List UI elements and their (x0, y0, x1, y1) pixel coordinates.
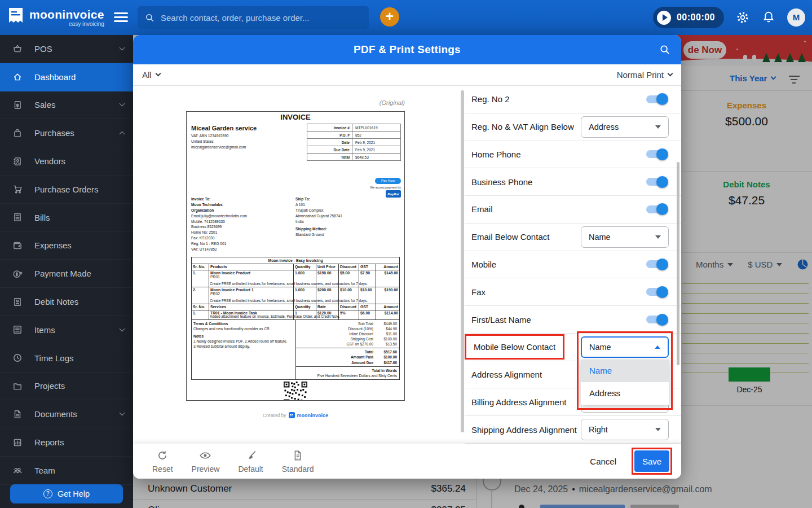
sidebar-item-purchase-orders[interactable]: Purchase Orders (0, 176, 133, 204)
preview-button[interactable]: Preview (192, 449, 220, 474)
print-mode-dropdown[interactable]: Normal Print (617, 70, 672, 80)
setting-label-shipping-address-alignment: Shipping Address Alignment (471, 425, 577, 435)
action-label: Preview (192, 465, 220, 474)
setting-row-home-phone: Home Phone (465, 141, 681, 169)
settings-gear-icon[interactable] (735, 10, 750, 25)
modal-footer: ResetPreviewDefaultStandard Cancel Save (133, 444, 681, 479)
setting-row-reg-no-vat-align-below: Reg. No & VAT Align BelowAddress (465, 113, 681, 141)
standard-button[interactable]: Standard (282, 449, 314, 474)
sidebar-item-reports[interactable]: Reports (0, 428, 133, 457)
sidebar-item-label: Time Logs (34, 353, 73, 363)
get-help-button[interactable]: ? Get Help (10, 484, 123, 503)
sidebar: POSDashboardSalesPurchasesVendorsPurchas… (0, 35, 133, 508)
play-icon (657, 11, 671, 25)
toggle-email[interactable] (646, 205, 667, 213)
sidebar-item-label: Reports (34, 437, 64, 447)
brand: mooninvoice easy invoicing (8, 7, 104, 28)
setting-label-billing-address-alignment: Billing Address Alignment (471, 397, 566, 407)
menu-icon[interactable] (114, 12, 128, 24)
search-icon (144, 12, 155, 23)
toggle-reg-no-2[interactable] (646, 95, 667, 103)
chevron-up-icon (120, 132, 125, 137)
save-button[interactable]: Save (634, 450, 669, 472)
invoice-meta-row: DateFeb 9, 2021 (307, 139, 401, 146)
setting-label-reg-no-2: Reg. No 2 (471, 94, 510, 104)
reset-icon (156, 449, 169, 464)
setting-row-mobile-below-contact: Mobile Below ContactNameNameAddress (465, 334, 681, 361)
toggle-business-phone[interactable] (646, 178, 667, 186)
vendors-icon (12, 156, 25, 167)
sidebar-item-label: Sales (34, 100, 56, 110)
terms-block: Terms & ConditionsChanges and new functi… (192, 320, 296, 379)
sidebar-item-dashboard[interactable]: Dashboard (0, 63, 133, 91)
modal-title: PDF & Print Settings (354, 43, 461, 56)
notifications-bell-icon[interactable] (761, 10, 776, 25)
setting-row-first-last-name: First/Last Name (465, 306, 681, 334)
chevron-down-icon (120, 326, 125, 331)
sidebar-item-expenses[interactable]: Expenses (0, 232, 133, 260)
app-root: mooninvoice easy invoicing Search contac… (0, 0, 812, 508)
paypal-badge: PayPal (386, 190, 401, 198)
ship-to-block: Ship To:A 101Tirupati ComplexAhmedabad G… (295, 196, 400, 252)
select-shipping-address-alignment[interactable]: Right (581, 419, 669, 440)
invoice-company-block: Miceal Garden service VAT: ABN 123456789… (191, 125, 257, 151)
sidebar-item-label: Projects (34, 381, 65, 391)
documents-icon (12, 409, 25, 419)
sidebar-item-projects[interactable]: Projects (0, 373, 133, 401)
sidebar-item-label: Team (34, 466, 55, 475)
select-mobile-below-contact[interactable]: Name (581, 336, 669, 358)
sidebar-item-sales[interactable]: Sales (0, 91, 133, 120)
time-tracker[interactable]: 00:00:00 (653, 7, 724, 28)
pos-icon (12, 43, 25, 54)
sidebar-item-documents[interactable]: Documents (0, 400, 133, 428)
chevron-down-icon (120, 101, 125, 107)
sidebar-item-purchases[interactable]: Purchases (0, 119, 133, 147)
setting-label-business-phone: Business Phone (471, 177, 532, 187)
settings-list: Reg. No 2Reg. No & VAT Align BelowAddres… (465, 86, 681, 444)
select-email-below-contact[interactable]: Name (581, 226, 669, 248)
toggle-mobile[interactable] (646, 260, 667, 268)
invoice-meta-row: Invoice #MTPL001619 (307, 124, 401, 132)
purchase-orders-icon (12, 184, 25, 194)
sidebar-item-debit-notes[interactable]: Debit Notes (0, 288, 133, 316)
pay-now-button: Pay Now (375, 178, 401, 184)
setting-label-email-below-contact: Email Below Contact (471, 232, 549, 242)
toggle-home-phone[interactable] (646, 150, 667, 158)
cancel-button[interactable]: Cancel (590, 457, 616, 466)
qr-code (284, 382, 307, 401)
expenses-icon (12, 240, 25, 251)
default-button[interactable]: Default (238, 449, 263, 474)
question-icon: ? (43, 489, 52, 498)
global-search-input[interactable]: Search contact, order, purchase order... (138, 6, 369, 29)
toggle-fax[interactable] (646, 288, 667, 296)
sidebar-item-bills[interactable]: Bills (0, 204, 133, 232)
preview-scrollbar[interactable] (461, 90, 464, 432)
sidebar-item-time-logs[interactable]: Time Logs (0, 344, 133, 373)
service-row: 1.TR01 - Moon Invoice Task1$120.005%$6.0… (192, 310, 399, 319)
sidebar-item-payment-made[interactable]: Payment Made (0, 260, 133, 288)
brand-name: mooninvoice (29, 8, 104, 20)
select-reg-no-vat-align-below[interactable]: Address (581, 116, 669, 138)
toggle-first-last-name[interactable] (646, 316, 667, 323)
sidebar-item-label: Dashboard (34, 72, 76, 82)
sidebar-item-pos[interactable]: POS (0, 35, 133, 63)
sidebar-item-vendors[interactable]: Vendors (0, 147, 133, 176)
sidebar-item-label: Vendors (34, 156, 65, 166)
invoice-preview-panel: (Original) INVOICE Miceal Garden service… (133, 86, 465, 444)
sidebar-item-items[interactable]: Items (0, 316, 133, 344)
modal-search-icon[interactable] (659, 43, 671, 56)
option-address[interactable]: Address (581, 382, 669, 405)
quick-add-button[interactable]: + (380, 7, 399, 27)
invoice-title: INVOICE (187, 113, 404, 121)
sidebar-nav: POSDashboardSalesPurchasesVendorsPurchas… (0, 35, 133, 485)
debit-notes-icon (12, 297, 25, 307)
user-avatar[interactable]: M (787, 8, 805, 27)
setting-row-business-phone: Business Phone (465, 168, 681, 196)
setting-label-mobile-below-contact: Mobile Below Contact (465, 334, 564, 360)
reset-button[interactable]: Reset (152, 449, 173, 474)
sidebar-item-team[interactable]: Team (0, 457, 133, 485)
chevron-down-icon (155, 71, 161, 77)
category-filter-dropdown[interactable]: All (142, 70, 160, 80)
option-name[interactable]: Name (581, 360, 669, 382)
product-row: 1.Moon Invoice ProductPR011.000$150.00$5… (192, 270, 399, 287)
